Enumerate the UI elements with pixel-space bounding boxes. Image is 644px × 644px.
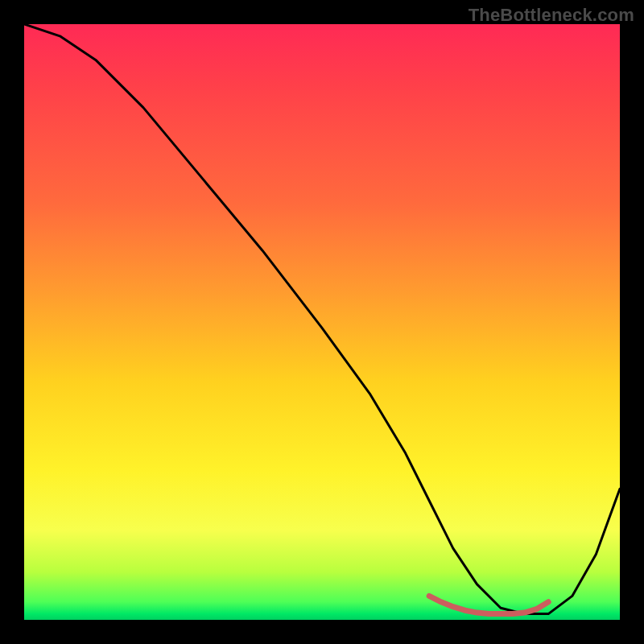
bottleneck-curve (24, 24, 620, 614)
watermark-text: TheBottleneck.com (469, 5, 634, 26)
chart-lines-svg (24, 24, 620, 620)
chart-plot-area (24, 24, 620, 620)
optimal-range-marker (429, 596, 548, 613)
